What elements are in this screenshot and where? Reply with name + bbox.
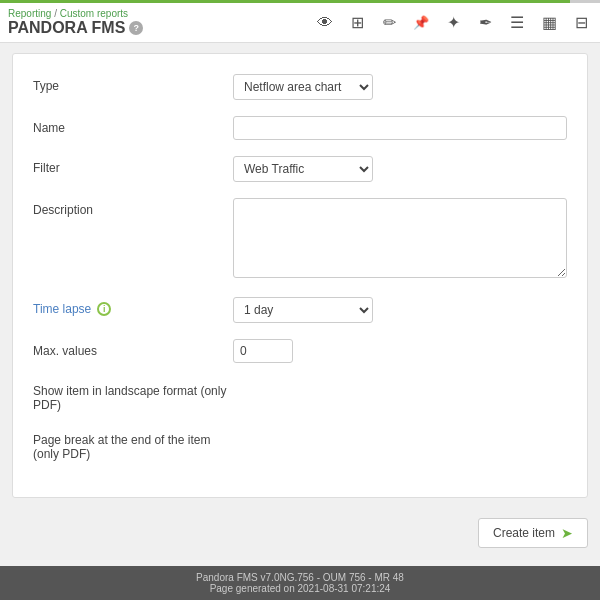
description-label: Description <box>33 198 233 217</box>
description-row: Description <box>33 198 567 281</box>
name-row: Name <box>33 116 567 140</box>
maxvalues-control <box>233 339 567 363</box>
maxvalues-row: Max. values <box>33 339 567 363</box>
wand-icon[interactable]: ✦ <box>442 12 464 34</box>
description-control <box>233 198 567 281</box>
name-control <box>233 116 567 140</box>
top-bar: Reporting / Custom reports PANDORA FMS ?… <box>0 3 600 43</box>
maxvalues-input[interactable] <box>233 339 293 363</box>
filter-label: Filter <box>33 156 233 175</box>
chart-icon[interactable]: ▦ <box>538 12 560 34</box>
timelapse-select[interactable]: 1 day 1 hour 6 hours 12 hours 1 week 1 m… <box>233 297 373 323</box>
grid-icon[interactable]: ⊞ <box>346 12 368 34</box>
bottom-bar: Create item ➤ <box>0 508 600 558</box>
description-textarea[interactable] <box>233 198 567 278</box>
filter-control: Web Traffic All traffic HTTP FTP <box>233 156 567 182</box>
app-title: PANDORA FMS ? <box>8 19 143 37</box>
table-icon[interactable]: ⊟ <box>570 12 592 34</box>
type-row: Type Netflow area chart Netflow bar char… <box>33 74 567 100</box>
create-item-icon: ➤ <box>561 525 573 541</box>
landscape-label: Show item in landscape format (only PDF) <box>33 379 233 412</box>
create-item-button[interactable]: Create item ➤ <box>478 518 588 548</box>
top-bar-left: Reporting / Custom reports PANDORA FMS ? <box>8 8 143 37</box>
list-icon[interactable]: ☰ <box>506 12 528 34</box>
timelapse-label-text: Time lapse <box>33 302 91 316</box>
pagebreak-row: Page break at the end of the item (only … <box>33 428 567 461</box>
help-icon[interactable]: ? <box>129 21 143 35</box>
timelapse-label: Time lapse i <box>33 297 233 316</box>
footer-line2: Page generated on 2021-08-31 07:21:24 <box>6 583 594 594</box>
progress-bar <box>0 0 600 3</box>
breadcrumb: Reporting / Custom reports <box>8 8 143 19</box>
name-label: Name <box>33 116 233 135</box>
maxvalues-label: Max. values <box>33 339 233 358</box>
eye-icon[interactable]: 👁 <box>314 12 336 34</box>
form-card: Type Netflow area chart Netflow bar char… <box>12 53 588 498</box>
app-title-text: PANDORA FMS <box>8 19 125 37</box>
pencil-icon[interactable]: ✏ <box>378 12 400 34</box>
landscape-row: Show item in landscape format (only PDF) <box>33 379 567 412</box>
create-item-label: Create item <box>493 526 555 540</box>
footer: Pandora FMS v7.0NG.756 - OUM 756 - MR 48… <box>0 566 600 600</box>
pin-icon[interactable]: 📌 <box>410 12 432 34</box>
name-input[interactable] <box>233 116 567 140</box>
filter-select[interactable]: Web Traffic All traffic HTTP FTP <box>233 156 373 182</box>
pen-icon[interactable]: ✒ <box>474 12 496 34</box>
filter-row: Filter Web Traffic All traffic HTTP FTP <box>33 156 567 182</box>
type-label: Type <box>33 74 233 93</box>
pagebreak-label: Page break at the end of the item (only … <box>33 428 233 461</box>
landscape-control <box>233 379 567 393</box>
type-control: Netflow area chart Netflow bar chart Net… <box>233 74 567 100</box>
breadcrumb-reporting[interactable]: Reporting <box>8 8 51 19</box>
timelapse-info-icon[interactable]: i <box>97 302 111 316</box>
top-bar-icons: 👁 ⊞ ✏ 📌 ✦ ✒ ☰ ▦ ⊟ <box>314 12 592 34</box>
pagebreak-control <box>233 428 567 442</box>
timelapse-control: 1 day 1 hour 6 hours 12 hours 1 week 1 m… <box>233 297 567 323</box>
main-content: Type Netflow area chart Netflow bar char… <box>0 43 600 508</box>
type-select[interactable]: Netflow area chart Netflow bar chart Net… <box>233 74 373 100</box>
timelapse-row: Time lapse i 1 day 1 hour 6 hours 12 hou… <box>33 297 567 323</box>
footer-line1: Pandora FMS v7.0NG.756 - OUM 756 - MR 48 <box>6 572 594 583</box>
breadcrumb-custom-reports[interactable]: Custom reports <box>60 8 128 19</box>
timelapse-label-inner: Time lapse i <box>33 302 233 316</box>
